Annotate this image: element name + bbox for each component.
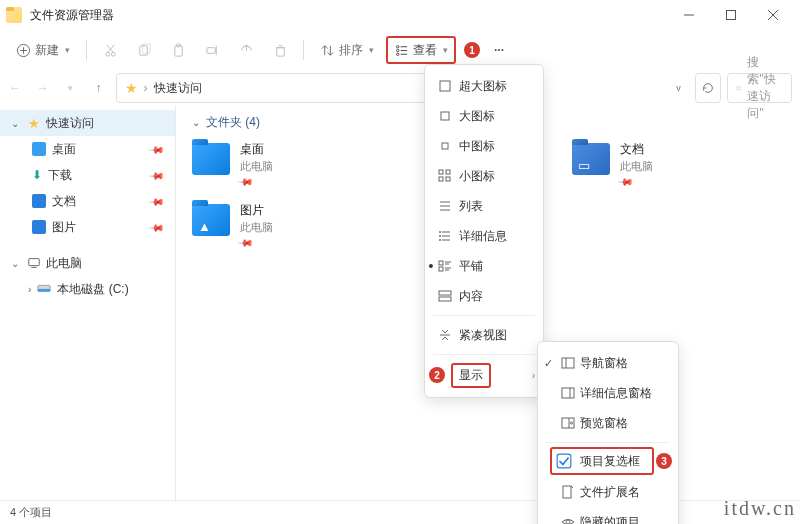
submenu-details-pane[interactable]: 详细信息窗格 [538, 378, 678, 408]
folder-desktop[interactable]: 桌面 此电脑 📌 [192, 141, 392, 188]
chevron-right-icon[interactable]: › [28, 284, 31, 295]
sidebar-label: 本地磁盘 (C:) [57, 281, 128, 298]
svg-rect-40 [446, 177, 450, 181]
menu-tiles[interactable]: •平铺 [425, 251, 543, 281]
sort-label: 排序 [339, 42, 363, 59]
cut-button[interactable] [95, 35, 125, 65]
svg-rect-17 [276, 47, 284, 55]
menu-extra-large[interactable]: 超大图标 [425, 71, 543, 101]
view-label: 查看 [413, 42, 437, 59]
svg-line-29 [740, 89, 741, 90]
menu-medium[interactable]: 中图标 [425, 131, 543, 161]
chevron-down-icon: ▾ [65, 45, 70, 55]
menu-compact[interactable]: 紧凑视图 [425, 320, 543, 350]
up-button[interactable]: ↑ [88, 73, 110, 103]
menu-large[interactable]: 大图标 [425, 101, 543, 131]
lg-icon [437, 109, 453, 123]
sidebar-this-pc[interactable]: ⌄ 此电脑 [0, 250, 175, 276]
sidebar-label: 桌面 [52, 141, 76, 158]
svg-point-48 [440, 236, 441, 237]
pic-overlay: ▲ [198, 219, 211, 234]
minimize-button[interactable] [668, 0, 710, 30]
sidebar-pictures[interactable]: 图片📌 [0, 214, 175, 240]
chevron-down-icon[interactable]: ▾ [60, 73, 82, 103]
svg-line-10 [107, 44, 114, 52]
sidebar-drive-c[interactable]: › 本地磁盘 (C:) [0, 276, 175, 302]
sidebar-quick-access[interactable]: ⌄ ★ 快速访问 [0, 110, 175, 136]
svg-point-47 [440, 232, 441, 233]
svg-rect-35 [441, 112, 449, 120]
folder-location: 此电脑 [240, 220, 273, 235]
refresh-button[interactable] [695, 73, 720, 103]
sidebar: ⌄ ★ 快速访问 桌面📌 ⬇下载📌 文档📌 图片📌 ⌄ 此电脑 › 本地磁盘 (… [0, 106, 176, 500]
svg-rect-66 [557, 454, 571, 468]
folder-icon [192, 143, 230, 175]
folder-name: 文档 [620, 141, 653, 158]
folder-pictures[interactable]: ▲ 图片 此电脑 📌 [192, 202, 392, 249]
menu-details[interactable]: 详细信息 [425, 221, 543, 251]
sidebar-label: 此电脑 [46, 255, 82, 272]
menu-list[interactable]: 列表 [425, 191, 543, 221]
watermark: itdw.cn [724, 497, 796, 520]
folder-documents[interactable]: ▭ 文档 此电脑 📌 [572, 141, 772, 188]
more-button[interactable]: ··· [484, 35, 514, 65]
document-icon [32, 194, 46, 208]
rename-button[interactable] [197, 35, 227, 65]
tiles-icon [437, 259, 453, 273]
svg-rect-33 [38, 288, 50, 291]
submenu-extensions[interactable]: 文件扩展名 [538, 477, 678, 507]
sidebar-label: 下载 [48, 167, 72, 184]
doc-overlay: ▭ [578, 158, 590, 173]
submenu-preview-pane[interactable]: 预览窗格 [538, 408, 678, 438]
sidebar-label: 图片 [52, 219, 76, 236]
paste-button[interactable] [163, 35, 193, 65]
folder-name: 图片 [240, 202, 273, 219]
content-icon [437, 289, 453, 303]
sort-button[interactable]: 排序 ▾ [312, 35, 382, 65]
svg-point-65 [571, 422, 573, 424]
download-icon: ⬇ [32, 168, 42, 182]
new-button[interactable]: 新建 ▾ [8, 35, 78, 65]
hidden-icon [560, 515, 576, 524]
section-label: 文件夹 (4) [206, 114, 260, 131]
sidebar-downloads[interactable]: ⬇下载📌 [0, 162, 175, 188]
svg-point-69 [566, 520, 570, 524]
menu-small[interactable]: 小图标 [425, 161, 543, 191]
search-input[interactable]: 搜索"快速访问" [727, 73, 792, 103]
annotation-1: 1 [464, 42, 480, 58]
star-icon: ★ [125, 80, 138, 96]
chevron-down-icon[interactable]: ⌄ [8, 258, 22, 269]
submenu-hidden[interactable]: 隐藏的项目 [538, 507, 678, 524]
breadcrumb[interactable]: 快速访问 [154, 80, 202, 97]
submenu-item-checkboxes[interactable]: 项目复选框 3 [550, 447, 654, 475]
svg-rect-1 [727, 11, 736, 20]
close-button[interactable] [752, 0, 794, 30]
sm-icon [437, 169, 453, 183]
toolbar: 新建 ▾ 排序 ▾ 查看 ▾ 1 ··· [0, 30, 800, 70]
sidebar-documents[interactable]: 文档📌 [0, 188, 175, 214]
window-title: 文件资源管理器 [30, 7, 114, 24]
pc-icon [26, 255, 42, 271]
maximize-button[interactable] [710, 0, 752, 30]
md-icon [437, 139, 453, 153]
drive-icon [37, 281, 51, 298]
forward-button[interactable]: → [32, 73, 54, 103]
svg-rect-56 [439, 291, 451, 295]
share-button[interactable] [231, 35, 261, 65]
menu-content[interactable]: 内容 [425, 281, 543, 311]
submenu-nav-pane[interactable]: ✓导航窗格 [538, 348, 678, 378]
view-button[interactable]: 查看 ▾ [386, 36, 456, 64]
sidebar-desktop[interactable]: 桌面📌 [0, 136, 175, 162]
sidebar-label: 文档 [52, 193, 76, 210]
nav-pane-icon [560, 356, 576, 370]
chevron-down-icon[interactable]: ⌄ [8, 118, 22, 129]
delete-button[interactable] [265, 35, 295, 65]
svg-line-9 [106, 44, 113, 52]
dropdown-button[interactable]: v [668, 73, 690, 103]
back-button[interactable]: ← [4, 73, 26, 103]
bullet-icon: • [425, 258, 437, 274]
menu-show[interactable]: 2 显示 › [425, 359, 543, 391]
svg-rect-39 [439, 177, 443, 181]
copy-button[interactable] [129, 35, 159, 65]
view-menu: 超大图标 大图标 中图标 小图标 列表 详细信息 •平铺 内容 紧凑视图 2 显… [424, 64, 544, 398]
